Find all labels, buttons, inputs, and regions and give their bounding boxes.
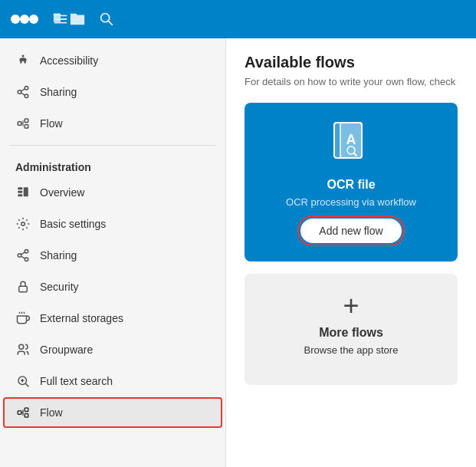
sidebar-item-basic-settings-label: Basic settings xyxy=(40,218,106,230)
sidebar-item-security[interactable]: Security xyxy=(3,271,222,302)
svg-rect-25 xyxy=(19,286,28,292)
svg-rect-18 xyxy=(24,187,28,196)
svg-rect-17 xyxy=(18,194,22,196)
svg-point-2 xyxy=(29,15,38,24)
more-flows-card[interactable]: + More flows Browse the app store xyxy=(245,274,458,385)
ocr-file-icon: A xyxy=(331,121,371,170)
svg-rect-14 xyxy=(25,125,28,129)
sidebar-item-overview-label: Overview xyxy=(40,186,84,199)
svg-rect-15 xyxy=(18,187,22,189)
more-flows-title: More flows xyxy=(319,326,383,340)
svg-rect-36 xyxy=(25,414,28,418)
sidebar-item-basic-settings[interactable]: Basic settings xyxy=(3,209,222,239)
sidebar-item-external-storages[interactable]: External storages xyxy=(3,303,222,334)
svg-line-10 xyxy=(21,93,25,95)
sidebar-item-groupware[interactable]: Groupware xyxy=(3,334,222,365)
svg-point-19 xyxy=(21,222,25,226)
sidebar-divider xyxy=(9,145,216,146)
svg-point-7 xyxy=(25,87,28,90)
sidebar-item-flow-personal[interactable]: Flow xyxy=(3,108,222,139)
sidebar-item-overview[interactable]: Overview xyxy=(3,177,222,208)
svg-point-9 xyxy=(25,94,28,98)
svg-line-11 xyxy=(21,89,25,91)
app-logo[interactable] xyxy=(9,8,40,30)
overview-icon xyxy=(15,185,31,200)
ocr-card-description: OCR processing via workflow xyxy=(286,196,416,208)
svg-line-31 xyxy=(25,383,28,386)
lock-icon xyxy=(15,279,31,294)
content-subtitle: For details on how to write your own flo… xyxy=(245,76,458,87)
files-icon[interactable] xyxy=(52,11,86,28)
more-flows-description: Browse the app store xyxy=(304,344,399,356)
sidebar-item-full-text-search-label: Full text search xyxy=(40,375,113,387)
content-area: Available flows For details on how to wr… xyxy=(226,38,476,467)
flow-admin-icon xyxy=(15,405,31,420)
accessibility-icon xyxy=(15,53,31,68)
sidebar-item-groupware-label: Groupware xyxy=(40,344,93,356)
svg-point-6 xyxy=(22,55,25,58)
share-personal-icon xyxy=(15,84,31,100)
sidebar-item-sharing-personal[interactable]: Sharing xyxy=(3,77,222,107)
svg-point-8 xyxy=(18,90,21,94)
sidebar-item-flow-admin[interactable]: Flow xyxy=(3,397,222,428)
sidebar-item-accessibility[interactable]: Accessibility xyxy=(3,45,222,76)
flow-personal-icon xyxy=(15,116,31,131)
svg-point-22 xyxy=(25,258,28,261)
sidebar-item-flow-admin-label: Flow xyxy=(40,406,63,419)
sidebar-item-external-storages-label: External storages xyxy=(40,312,123,324)
sidebar-item-sharing-personal-label: Sharing xyxy=(40,86,77,98)
sidebar-item-flow-personal-label: Flow xyxy=(40,117,63,130)
full-text-search-icon xyxy=(15,373,31,389)
svg-point-1 xyxy=(20,15,29,24)
page-title: Available flows xyxy=(245,54,458,71)
svg-line-23 xyxy=(21,256,25,258)
sidebar: Accessibility Sharing xyxy=(0,38,226,467)
ocr-flow-card: A OCR file OCR processing via workflow A… xyxy=(245,103,458,261)
svg-rect-34 xyxy=(18,411,21,415)
settings-icon xyxy=(15,216,31,232)
add-new-flow-button[interactable]: Add new flow xyxy=(300,219,401,243)
external-storage-icon xyxy=(15,311,31,326)
share-admin-icon xyxy=(15,248,31,263)
svg-text:A: A xyxy=(346,132,356,147)
search-icon[interactable] xyxy=(98,11,115,28)
sidebar-admin-header: Administration xyxy=(0,152,225,176)
sidebar-item-security-label: Security xyxy=(40,281,79,293)
main-layout: Accessibility Sharing xyxy=(0,38,476,467)
sidebar-item-sharing-admin[interactable]: Sharing xyxy=(3,240,222,271)
svg-point-29 xyxy=(19,344,24,349)
svg-rect-16 xyxy=(18,191,22,193)
sidebar-item-accessibility-label: Accessibility xyxy=(40,54,98,67)
svg-line-5 xyxy=(108,21,112,25)
svg-rect-35 xyxy=(25,408,28,412)
svg-rect-12 xyxy=(18,122,21,126)
topbar xyxy=(0,0,476,38)
sidebar-item-full-text-search[interactable]: Full text search xyxy=(3,366,222,396)
ocr-card-title: OCR file xyxy=(327,178,375,192)
svg-point-20 xyxy=(25,250,28,254)
plus-icon: + xyxy=(343,292,359,320)
svg-point-21 xyxy=(18,254,21,258)
groupware-icon xyxy=(15,342,31,357)
svg-line-24 xyxy=(21,252,25,255)
svg-rect-13 xyxy=(25,119,28,123)
svg-point-0 xyxy=(11,15,20,24)
sidebar-item-sharing-admin-label: Sharing xyxy=(40,249,77,261)
